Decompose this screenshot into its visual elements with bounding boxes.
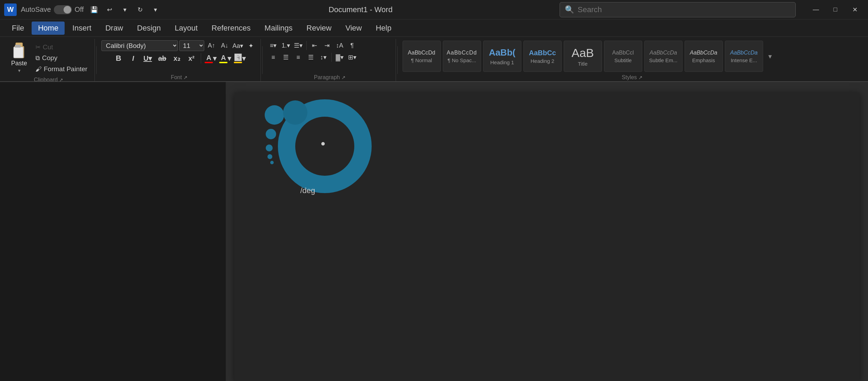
menu-mailings[interactable]: Mailings bbox=[258, 22, 299, 35]
para-row2: ≡ ☰ ≡ ☰ ↕▾ ▓▾ ⊞▾ bbox=[267, 52, 358, 63]
increase-indent-button[interactable]: ⇥ bbox=[321, 40, 333, 51]
menu-draw[interactable]: Draw bbox=[99, 22, 129, 35]
svg-point-5 bbox=[265, 105, 284, 125]
document-sidebar bbox=[0, 82, 226, 381]
window-controls: — □ ✕ bbox=[807, 3, 864, 17]
change-case-button[interactable]: Aa▾ bbox=[232, 41, 244, 51]
style-intense-emphasis[interactable]: AaBbCcDa Intense E... bbox=[725, 41, 763, 72]
clear-formatting-button[interactable]: ✦ bbox=[245, 41, 257, 51]
shading-para-button[interactable]: ▓▾ bbox=[334, 52, 346, 63]
menu-help[interactable]: Help bbox=[370, 22, 398, 35]
style-subtle-emphasis[interactable]: AaBbCcDa Subtle Em... bbox=[644, 41, 683, 72]
minimize-button[interactable]: — bbox=[807, 3, 825, 17]
search-icon: 🔍 bbox=[565, 5, 574, 14]
font-family-select[interactable]: Calibri (Body) bbox=[101, 40, 178, 51]
bold-button[interactable]: B bbox=[112, 52, 125, 64]
styles-group: AaBbCcDd ¶ Normal AaBbCcDd ¶ No Spac... … bbox=[399, 39, 865, 81]
paste-button[interactable]: Paste ▾ bbox=[6, 40, 32, 75]
clipboard-expand[interactable]: ↗ bbox=[59, 77, 63, 82]
menu-view[interactable]: View bbox=[339, 22, 368, 35]
menu-layout[interactable]: Layout bbox=[168, 22, 204, 35]
word-logo: W bbox=[4, 3, 17, 16]
decrease-font-button[interactable]: A↓ bbox=[219, 41, 231, 51]
document-content: /deg bbox=[234, 92, 860, 381]
style-heading2[interactable]: AaBbCc Heading 2 bbox=[523, 41, 562, 72]
menu-review[interactable]: Review bbox=[300, 22, 338, 35]
doc-title: Document1 - Word bbox=[166, 5, 555, 14]
para-sep1 bbox=[306, 41, 307, 50]
menu-insert[interactable]: Insert bbox=[66, 22, 98, 35]
sort-button[interactable]: ↕A bbox=[334, 40, 346, 51]
highlight-color-button[interactable]: A ▾ bbox=[218, 52, 232, 64]
bullets-button[interactable]: ≡▾ bbox=[267, 40, 279, 51]
font-size-select[interactable]: 11 bbox=[179, 40, 204, 51]
strikethrough-button[interactable]: ab bbox=[156, 52, 169, 64]
svg-point-7 bbox=[266, 144, 273, 151]
menu-references[interactable]: References bbox=[205, 22, 257, 35]
document-page[interactable]: /deg bbox=[234, 92, 860, 381]
title-bar-actions: 💾 ↩ ▾ ↻ ▾ bbox=[88, 3, 162, 16]
sep2 bbox=[262, 46, 263, 74]
sep3 bbox=[397, 46, 398, 74]
style-normal[interactable]: AaBbCcDd ¶ Normal bbox=[403, 41, 441, 72]
redo-button[interactable]: ↻ bbox=[134, 3, 146, 16]
autosave-toggle[interactable] bbox=[54, 5, 72, 14]
save-button[interactable]: 💾 bbox=[88, 3, 100, 16]
styles-scroll-down[interactable]: ▾ bbox=[765, 41, 775, 72]
quick-access-more[interactable]: ▾ bbox=[149, 3, 162, 16]
document-canvas[interactable]: /deg bbox=[226, 82, 868, 381]
style-emphasis[interactable]: AaBbCcDa Emphasis bbox=[685, 41, 723, 72]
shading-button[interactable]: 🅰 ▾ bbox=[233, 52, 246, 64]
font-sep bbox=[201, 53, 201, 64]
document-text[interactable]: /deg bbox=[300, 186, 315, 195]
justify-button[interactable]: ☰ bbox=[305, 52, 317, 63]
numbering-button[interactable]: 1.▾ bbox=[280, 40, 292, 51]
style-no-spacing[interactable]: AaBbCcDd ¶ No Spac... bbox=[443, 41, 481, 72]
paste-icon bbox=[10, 42, 28, 59]
cut-button[interactable]: ✂ Cut bbox=[33, 42, 90, 52]
copy-button[interactable]: ⧉ Copy bbox=[33, 53, 90, 63]
close-button[interactable]: ✕ bbox=[846, 3, 864, 17]
undo-dropdown-button[interactable]: ▾ bbox=[118, 3, 131, 16]
clipboard-label: Clipboard bbox=[34, 77, 58, 82]
style-subtitle[interactable]: AaBbCcl Subtitle bbox=[604, 41, 642, 72]
svg-point-10 bbox=[283, 100, 307, 125]
format-painter-button[interactable]: 🖌 Format Painter bbox=[33, 64, 90, 74]
maximize-button[interactable]: □ bbox=[826, 3, 844, 17]
ribbon: Paste ▾ ✂ Cut ⧉ Copy 🖌 Format Painter bbox=[0, 37, 868, 82]
subscript-button[interactable]: x₂ bbox=[170, 52, 183, 64]
style-title[interactable]: AaB Title bbox=[564, 41, 602, 72]
line-spacing-button[interactable]: ↕▾ bbox=[317, 52, 329, 63]
font-label: Font bbox=[171, 74, 182, 81]
style-heading1[interactable]: AaBb( Heading 1 bbox=[483, 41, 521, 72]
italic-button[interactable]: I bbox=[126, 52, 140, 64]
show-formatting-button[interactable]: ¶ bbox=[346, 40, 358, 51]
font-group: Calibri (Body) 11 A↑ A↓ Aa▾ ✦ B I U▾ ab … bbox=[98, 39, 261, 81]
autosave-area: AutoSave Off bbox=[21, 5, 84, 14]
font-expand[interactable]: ↗ bbox=[183, 75, 188, 80]
autosave-toggle-state: Off bbox=[75, 6, 84, 14]
clipboard-sub-buttons: ✂ Cut ⧉ Copy 🖌 Format Painter bbox=[32, 40, 91, 75]
search-bar[interactable]: 🔍 bbox=[560, 2, 796, 17]
increase-font-button[interactable]: A↑ bbox=[206, 41, 217, 51]
underline-button[interactable]: U▾ bbox=[141, 52, 154, 64]
format-painter-icon: 🖌 bbox=[35, 66, 42, 73]
menu-file[interactable]: File bbox=[6, 22, 30, 35]
undo-button[interactable]: ↩ bbox=[103, 3, 116, 16]
borders-button[interactable]: ⊞▾ bbox=[346, 52, 358, 63]
font-row1: Calibri (Body) 11 A↑ A↓ Aa▾ ✦ bbox=[101, 40, 257, 51]
superscript-button[interactable]: x² bbox=[185, 52, 198, 64]
search-input[interactable] bbox=[578, 5, 791, 14]
decrease-indent-button[interactable]: ⇤ bbox=[309, 40, 321, 51]
menu-design[interactable]: Design bbox=[131, 22, 167, 35]
align-center-button[interactable]: ☰ bbox=[280, 52, 292, 63]
svg-point-8 bbox=[267, 154, 272, 159]
styles-expand[interactable]: ↗ bbox=[638, 75, 643, 80]
align-left-button[interactable]: ≡ bbox=[267, 52, 279, 63]
align-right-button[interactable]: ≡ bbox=[292, 52, 304, 63]
font-color-button[interactable]: A ▾ bbox=[204, 52, 217, 64]
svg-point-6 bbox=[266, 129, 276, 139]
menu-home[interactable]: Home bbox=[32, 22, 65, 35]
multilevel-button[interactable]: ☰▾ bbox=[292, 40, 304, 51]
paragraph-expand[interactable]: ↗ bbox=[341, 75, 346, 80]
